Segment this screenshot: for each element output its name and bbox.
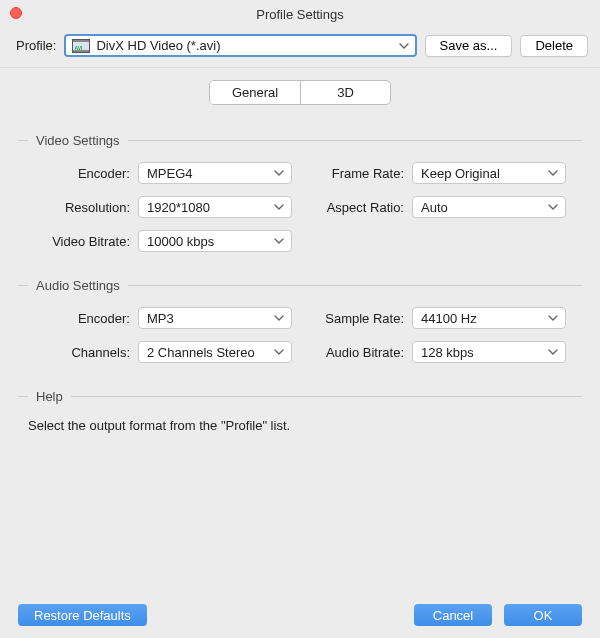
profile-row: Profile: DivX HD Video (*.avi) Save as..… [0, 28, 600, 67]
avi-file-icon [72, 39, 90, 53]
resolution-label: Resolution: [18, 200, 130, 215]
audio-bitrate-label: Audio Bitrate: [300, 345, 404, 360]
tab-group: General 3D [18, 80, 582, 105]
chevron-down-icon [399, 41, 409, 51]
bottom-bar: Restore Defaults Cancel OK [0, 592, 600, 638]
profile-dropdown[interactable]: DivX HD Video (*.avi) [64, 34, 416, 57]
channels-label: Channels: [18, 345, 130, 360]
chevron-down-icon [273, 238, 285, 244]
audio-encoder-dropdown[interactable]: MP3 [138, 307, 292, 329]
video-settings-title: Video Settings [36, 133, 120, 148]
close-window-icon[interactable] [10, 7, 22, 19]
chevron-down-icon [547, 349, 559, 355]
segmented-control: General 3D [209, 80, 391, 105]
help-title: Help [36, 389, 63, 404]
video-bitrate-dropdown[interactable]: 10000 kbps [138, 230, 292, 252]
aspect-ratio-dropdown[interactable]: Auto [412, 196, 566, 218]
resolution-dropdown[interactable]: 1920*1080 [138, 196, 292, 218]
chevron-down-icon [273, 170, 285, 176]
chevron-down-icon [273, 349, 285, 355]
audio-settings-title: Audio Settings [36, 278, 120, 293]
chevron-down-icon [547, 204, 559, 210]
sample-rate-dropdown[interactable]: 44100 Hz [412, 307, 566, 329]
help-text: Select the output format from the "Profi… [28, 418, 582, 433]
restore-defaults-button[interactable]: Restore Defaults [18, 604, 147, 626]
tab-3d[interactable]: 3D [300, 81, 390, 104]
tab-general[interactable]: General [210, 81, 300, 104]
audio-settings-group: Audio Settings Encoder: MP3 Sample Rate:… [18, 278, 582, 363]
sample-rate-label: Sample Rate: [300, 311, 404, 326]
chevron-down-icon [547, 170, 559, 176]
window-title: Profile Settings [256, 7, 343, 22]
chevron-down-icon [547, 315, 559, 321]
ok-button[interactable]: OK [504, 604, 582, 626]
profile-value: DivX HD Video (*.avi) [96, 38, 220, 53]
window-controls [10, 7, 22, 19]
channels-dropdown[interactable]: 2 Channels Stereo [138, 341, 292, 363]
titlebar: Profile Settings [0, 0, 600, 28]
video-encoder-dropdown[interactable]: MPEG4 [138, 162, 292, 184]
frame-rate-dropdown[interactable]: Keep Original [412, 162, 566, 184]
content-area: General 3D Video Settings Encoder: MPEG4… [0, 67, 600, 433]
video-settings-group: Video Settings Encoder: MPEG4 Frame Rate… [18, 133, 582, 252]
chevron-down-icon [273, 204, 285, 210]
audio-bitrate-dropdown[interactable]: 128 kbps [412, 341, 566, 363]
aspect-ratio-label: Aspect Ratio: [300, 200, 404, 215]
delete-button[interactable]: Delete [520, 35, 588, 57]
help-group: Help Select the output format from the "… [18, 389, 582, 433]
profile-label: Profile: [16, 38, 56, 53]
video-encoder-label: Encoder: [18, 166, 130, 181]
save-as-button[interactable]: Save as... [425, 35, 513, 57]
chevron-down-icon [273, 315, 285, 321]
frame-rate-label: Frame Rate: [300, 166, 404, 181]
cancel-button[interactable]: Cancel [414, 604, 492, 626]
video-bitrate-label: Video Bitrate: [18, 234, 130, 249]
audio-encoder-label: Encoder: [18, 311, 130, 326]
